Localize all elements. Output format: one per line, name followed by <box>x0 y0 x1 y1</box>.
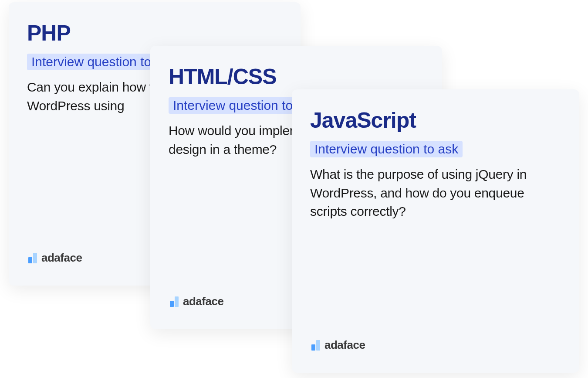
logo-text: adaface <box>183 295 223 308</box>
bar-chart-icon <box>28 253 37 263</box>
bar-chart-icon <box>311 340 320 351</box>
logo: adaface <box>170 295 223 308</box>
card-title: HTML/CSS <box>169 64 424 89</box>
interview-card-javascript: JavaScript Interview question to ask Wha… <box>292 89 579 373</box>
logo: adaface <box>311 338 365 352</box>
logo-text: adaface <box>41 251 82 265</box>
bar-chart-icon <box>170 296 179 307</box>
card-question: What is the purpose of using jQuery in W… <box>310 165 561 221</box>
card-title: JavaScript <box>310 108 561 133</box>
card-badge: Interview question to ask <box>310 141 463 157</box>
logo: adaface <box>28 251 82 265</box>
logo-text: adaface <box>324 338 365 352</box>
card-title: PHP <box>27 20 282 46</box>
